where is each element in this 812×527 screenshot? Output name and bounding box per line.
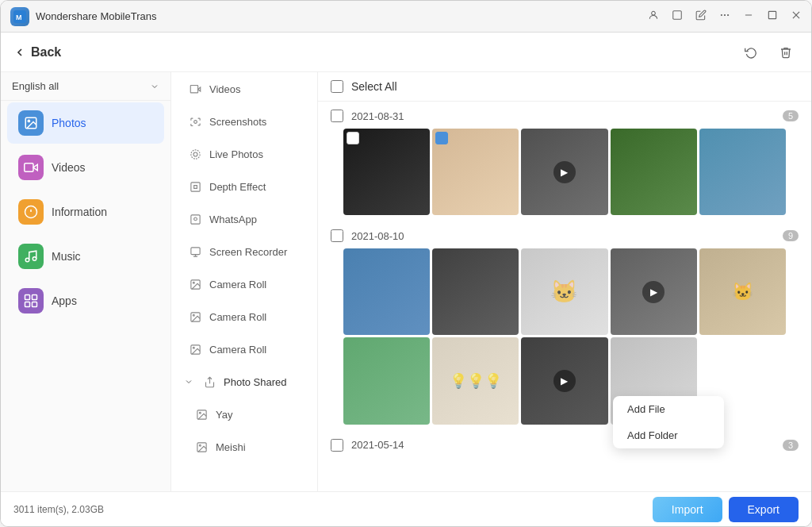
sidebar-item-music[interactable]: Music	[7, 236, 164, 277]
minimize-icon[interactable]	[743, 10, 754, 24]
photo-thumb[interactable]: 💡💡💡	[432, 337, 519, 424]
date-section-3: 2021-05-14 3	[318, 431, 811, 455]
mid-item-live-photos-label: Live Photos	[209, 148, 263, 160]
photo-thumb[interactable]: ▶	[521, 337, 607, 424]
apps-icon	[18, 288, 44, 314]
svg-rect-24	[190, 85, 197, 92]
svg-point-12	[28, 120, 29, 121]
bottom-actions: Import Export	[653, 497, 799, 522]
date-checkbox-1[interactable]	[331, 110, 343, 122]
photo-thumb[interactable]	[343, 248, 430, 335]
play-button-3[interactable]: ▶	[553, 370, 576, 392]
photo-thumb[interactable]	[343, 337, 430, 424]
menu-icon[interactable]	[719, 10, 730, 24]
maximize-icon[interactable]	[767, 10, 778, 24]
undo-button[interactable]	[738, 40, 764, 65]
toolbar-actions	[738, 40, 799, 65]
mid-item-depth-effect[interactable]: Depth Effect	[176, 171, 312, 202]
dropdown-menu: Add File Add Folder	[613, 396, 724, 448]
svg-point-5	[724, 14, 725, 15]
mid-item-yay-label: Yay	[216, 409, 232, 421]
delete-button[interactable]	[773, 40, 799, 65]
photo-thumb[interactable]	[432, 129, 519, 215]
svg-rect-20	[25, 295, 30, 300]
mid-item-camera-roll-3[interactable]: Camera Roll	[176, 333, 312, 365]
edit-icon[interactable]	[695, 10, 707, 24]
mid-item-camera-roll-1-label: Camera Roll	[209, 279, 266, 290]
svg-rect-21	[33, 295, 37, 300]
information-icon	[18, 199, 44, 225]
svg-point-38	[193, 347, 194, 348]
svg-marker-13	[33, 164, 37, 171]
mid-item-meishi[interactable]: Meishi	[176, 431, 312, 463]
sidebar-item-photos[interactable]: Photos	[7, 102, 164, 144]
main-content: English all Photos Videos	[1, 72, 811, 491]
sidebar-item-apps[interactable]: Apps	[7, 280, 164, 321]
sidebar-dropdown[interactable]: English all	[1, 72, 170, 101]
svg-rect-32	[190, 247, 199, 254]
back-button[interactable]: Back	[13, 45, 61, 60]
add-folder-item[interactable]: Add Folder	[613, 422, 724, 448]
user-icon[interactable]	[648, 10, 659, 24]
import-button[interactable]: Import	[653, 497, 722, 522]
videos-icon	[18, 155, 44, 180]
photo-thumb[interactable]: ▶	[521, 129, 607, 215]
date-badge-3: 3	[783, 440, 799, 451]
select-all-checkbox[interactable]	[331, 80, 343, 93]
sidebar-item-videos[interactable]: Videos	[7, 147, 164, 188]
photo-thumb[interactable]: 🐱	[521, 248, 607, 335]
mid-item-screenshots[interactable]: Screenshots	[176, 106, 312, 137]
mid-item-videos[interactable]: Videos	[176, 73, 312, 105]
mid-item-camera-roll-2[interactable]: Camera Roll	[176, 301, 312, 333]
yay-icon	[193, 406, 209, 422]
close-icon[interactable]	[791, 10, 802, 24]
mid-item-camera-roll-1[interactable]: Camera Roll	[176, 268, 312, 300]
svg-rect-14	[25, 163, 33, 172]
photo-thumb[interactable]	[343, 129, 430, 215]
date-checkbox-3[interactable]	[331, 439, 343, 452]
app-logo: M	[10, 7, 29, 26]
video-icon	[187, 81, 203, 97]
photo-thumb[interactable]: 🐱	[699, 248, 786, 335]
date-section-2: 2021-08-10 9 🐱 ▶ 🐱	[318, 221, 811, 430]
mid-item-yay[interactable]: Yay	[176, 398, 312, 430]
mid-item-screen-recorder-label: Screen Recorder	[209, 246, 287, 258]
mid-item-meishi-label: Meishi	[216, 441, 246, 453]
mid-item-live-photos[interactable]: Live Photos	[176, 138, 312, 170]
select-all-label: Select All	[351, 80, 397, 93]
play-button[interactable]: ▶	[553, 161, 576, 183]
photo-thumb[interactable]: ▶	[611, 248, 697, 335]
window-icon[interactable]	[672, 10, 683, 24]
svg-rect-8	[768, 11, 776, 18]
add-file-item[interactable]: Add File	[613, 396, 724, 422]
photo-thumb[interactable]	[699, 129, 786, 215]
mid-item-whatsapp[interactable]: WhatsApp	[176, 203, 312, 235]
svg-point-19	[33, 257, 36, 261]
mid-item-camera-roll-2-label: Camera Roll	[209, 311, 266, 323]
mid-item-photo-shared[interactable]: Photo Shared	[176, 366, 312, 398]
sidebar-label-photos: Photos	[52, 117, 86, 129]
photo-thumb[interactable]	[432, 248, 519, 335]
svg-point-43	[199, 444, 201, 446]
svg-point-4	[721, 14, 722, 15]
sidebar-item-information[interactable]: Information	[7, 191, 164, 233]
back-label: Back	[31, 45, 61, 60]
status-text: 3011 item(s), 2.03GB	[13, 504, 104, 515]
svg-point-26	[193, 120, 197, 123]
svg-rect-23	[33, 302, 37, 307]
sidebar-label-music: Music	[52, 250, 81, 263]
photo-checkbox[interactable]	[347, 132, 359, 144]
date-checkbox-2[interactable]	[331, 229, 343, 242]
photo-thumb[interactable]	[611, 129, 697, 215]
svg-point-36	[193, 314, 194, 316]
play-button-2[interactable]: ▶	[642, 281, 665, 303]
whatsapp-icon	[187, 211, 203, 227]
screenshot-icon	[187, 113, 203, 129]
window-controls	[648, 10, 802, 24]
export-button[interactable]: Export	[729, 497, 799, 522]
date-row-1: 2021-08-31 5	[331, 106, 799, 125]
svg-point-18	[25, 258, 29, 262]
photo-checkbox[interactable]	[435, 132, 448, 144]
date-row-3: 2021-05-14 3	[331, 436, 799, 455]
mid-item-screen-recorder[interactable]: Screen Recorder	[176, 236, 312, 267]
